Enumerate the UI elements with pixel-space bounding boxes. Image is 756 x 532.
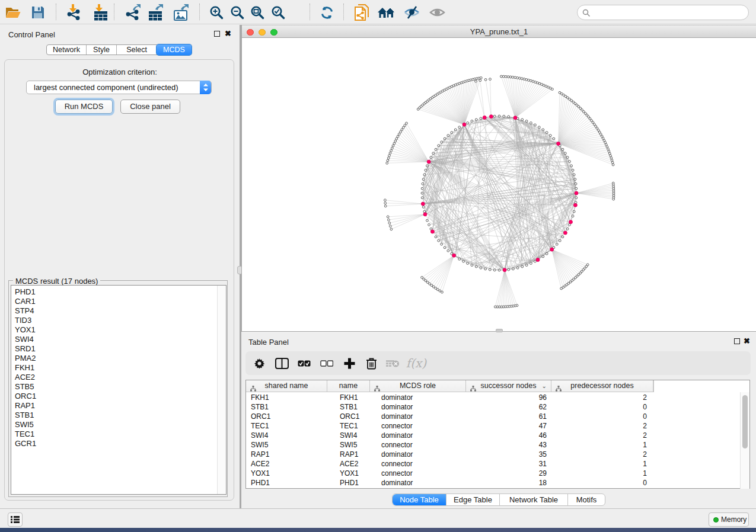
tab-network-table[interactable]: Network Table bbox=[500, 494, 568, 505]
save-session-icon[interactable] bbox=[30, 4, 46, 21]
home-icon[interactable] bbox=[377, 4, 395, 21]
column-header-name[interactable]: name bbox=[327, 380, 370, 392]
zoom-in-icon[interactable] bbox=[209, 4, 224, 21]
mcds-result-item[interactable]: GCR1 bbox=[11, 439, 226, 448]
mcds-result-item[interactable]: STP4 bbox=[11, 306, 226, 316]
table-row-FKH1[interactable]: FKH1FKH1dominator962 bbox=[246, 393, 749, 402]
select-all-columns-icon[interactable] bbox=[298, 351, 311, 375]
mcds-result-item[interactable]: PHD1 bbox=[11, 287, 226, 297]
cell-predecessor-nodes: 2 bbox=[551, 393, 653, 402]
hide-graphics-icon[interactable] bbox=[403, 4, 420, 21]
column-header-shared-name[interactable]: shared name bbox=[246, 380, 327, 392]
search-icon bbox=[582, 9, 591, 17]
cell-successor-nodes: 35 bbox=[466, 450, 551, 459]
table-row-ORC1[interactable]: ORC1ORC1dominator610 bbox=[246, 412, 749, 421]
close-table-panel-icon[interactable]: ✖ bbox=[744, 338, 750, 345]
mcds-result-group: MCDS result (17 nodes) PHD1CAR1STP4TID3Y… bbox=[8, 280, 228, 497]
mcds-result-item[interactable]: SWI5 bbox=[11, 420, 226, 430]
table-scrollbar-thumb[interactable] bbox=[742, 395, 748, 448]
cell-successor-nodes: 62 bbox=[466, 402, 551, 412]
search-input[interactable] bbox=[577, 5, 749, 20]
cell-predecessor-nodes: 0 bbox=[551, 402, 653, 412]
table-row-STB1[interactable]: STB1STB1dominator620 bbox=[246, 402, 749, 412]
cell-shared-name: YOX1 bbox=[246, 469, 327, 478]
unselect-all-columns-icon[interactable] bbox=[320, 351, 333, 375]
add-column-icon[interactable] bbox=[343, 351, 356, 375]
column-header-predecessor-nodes[interactable]: predecessor nodes bbox=[551, 380, 653, 392]
zoom-out-icon[interactable] bbox=[229, 4, 245, 21]
table-row-TEC1[interactable]: TEC1TEC1connector472 bbox=[246, 421, 749, 431]
tab-edge-table[interactable]: Edge Table bbox=[446, 494, 500, 505]
table-row-SWI5[interactable]: SWI5SWI5connector431 bbox=[246, 440, 749, 450]
toolbar-separator bbox=[114, 4, 114, 20]
export-image-icon[interactable] bbox=[173, 4, 189, 21]
cell-shared-name: ORC1 bbox=[246, 412, 327, 421]
close-panel-icon[interactable]: ✖ bbox=[225, 30, 231, 37]
column-menu-chevron-icon[interactable]: ⌄ bbox=[542, 383, 547, 389]
mcds-result-item[interactable]: STB5 bbox=[11, 382, 226, 392]
tab-mcds[interactable]: MCDS bbox=[157, 44, 192, 55]
node-table[interactable]: shared namenameMCDS rolesuccessor nodes⌄… bbox=[245, 380, 750, 489]
status-list-button[interactable] bbox=[8, 512, 23, 527]
float-table-panel-icon[interactable] bbox=[734, 338, 740, 344]
optimization-criterion-value: largest connected component (undirected) bbox=[34, 83, 178, 92]
mcds-result-item[interactable]: YOX1 bbox=[11, 325, 226, 335]
refresh-icon[interactable] bbox=[319, 4, 334, 21]
mcds-result-list[interactable]: PHD1CAR1STP4TID3YOX1SWI4SRD1PMA2FKH1ACE2… bbox=[11, 285, 227, 495]
mcds-result-item[interactable]: PMA2 bbox=[11, 354, 226, 363]
show-columns-icon[interactable] bbox=[275, 351, 289, 375]
show-graphics-icon[interactable] bbox=[429, 4, 445, 21]
toolbar-separator bbox=[343, 4, 344, 20]
cell-name: STB1 bbox=[327, 402, 370, 412]
table-scrollbar[interactable] bbox=[740, 392, 749, 489]
mcds-result-item[interactable]: ORC1 bbox=[11, 392, 226, 401]
mcds-result-item[interactable]: SWI4 bbox=[11, 335, 226, 344]
table-row-RAP1[interactable]: RAP1RAP1dominator352 bbox=[246, 450, 749, 459]
mcds-result-item[interactable]: STB1 bbox=[11, 411, 226, 420]
cell-name: FKH1 bbox=[327, 393, 370, 402]
optimization-criterion-select[interactable]: largest connected component (undirected) bbox=[26, 81, 212, 94]
table-row-ACE2[interactable]: ACE2ACE2connector311 bbox=[246, 459, 749, 469]
cell-predecessor-nodes: 1 bbox=[551, 469, 653, 478]
import-network-icon[interactable] bbox=[65, 4, 82, 21]
export-table-icon[interactable] bbox=[147, 4, 164, 21]
mcds-result-item[interactable]: ACE2 bbox=[11, 373, 226, 382]
horizontal-splitter-grip[interactable] bbox=[496, 329, 503, 332]
tab-node-table[interactable]: Node Table bbox=[393, 494, 446, 505]
mcds-result-item[interactable]: SRD1 bbox=[11, 344, 226, 354]
cell-predecessor-nodes: 2 bbox=[551, 421, 653, 431]
delete-column-icon[interactable] bbox=[366, 351, 377, 375]
table-row-SWI4[interactable]: SWI4SWI4dominator462 bbox=[246, 431, 749, 440]
tab-network[interactable]: Network bbox=[47, 45, 87, 55]
import-table-icon[interactable] bbox=[92, 4, 109, 21]
cell-successor-nodes: 96 bbox=[466, 393, 551, 402]
mcds-result-item[interactable]: CAR1 bbox=[11, 297, 226, 306]
network-window-titlebar[interactable]: YPA_prune.txt_1 bbox=[242, 25, 756, 38]
run-mcds-button[interactable]: Run MCDS bbox=[55, 100, 113, 114]
zoom-selected-icon[interactable] bbox=[270, 4, 286, 21]
memory-button[interactable]: Memory bbox=[709, 512, 749, 527]
cell-MCDS-role: dominator bbox=[370, 393, 466, 402]
table-row-PHD1[interactable]: PHD1PHD1dominator180 bbox=[246, 478, 749, 488]
cell-MCDS-role: dominator bbox=[370, 450, 466, 459]
export-network-icon[interactable] bbox=[124, 4, 141, 21]
table-row-YOX1[interactable]: YOX1YOX1connector291 bbox=[246, 469, 749, 478]
close-panel-button[interactable]: Close panel bbox=[120, 100, 180, 114]
mcds-result-item[interactable]: FKH1 bbox=[11, 363, 226, 373]
mcds-result-item[interactable]: TID3 bbox=[11, 316, 226, 325]
mcds-result-item[interactable]: TEC1 bbox=[11, 430, 226, 439]
tab-select[interactable]: Select bbox=[117, 45, 157, 55]
float-window-icon[interactable] bbox=[214, 31, 220, 37]
tab-style[interactable]: Style bbox=[87, 45, 117, 55]
memory-status-icon bbox=[713, 517, 719, 523]
network-graph[interactable] bbox=[242, 39, 756, 331]
zoom-fit-icon[interactable] bbox=[250, 4, 265, 21]
open-file-icon[interactable] bbox=[4, 4, 22, 21]
result-list-scrollbar[interactable] bbox=[217, 286, 226, 494]
table-settings-icon[interactable] bbox=[254, 351, 264, 375]
share-document-icon[interactable] bbox=[353, 4, 370, 21]
mcds-result-item[interactable]: RAP1 bbox=[11, 401, 226, 411]
tab-motifs[interactable]: Motifs bbox=[568, 494, 605, 505]
column-header-MCDS-role[interactable]: MCDS role bbox=[370, 380, 466, 392]
column-header-successor-nodes[interactable]: successor nodes⌄ bbox=[466, 380, 551, 392]
